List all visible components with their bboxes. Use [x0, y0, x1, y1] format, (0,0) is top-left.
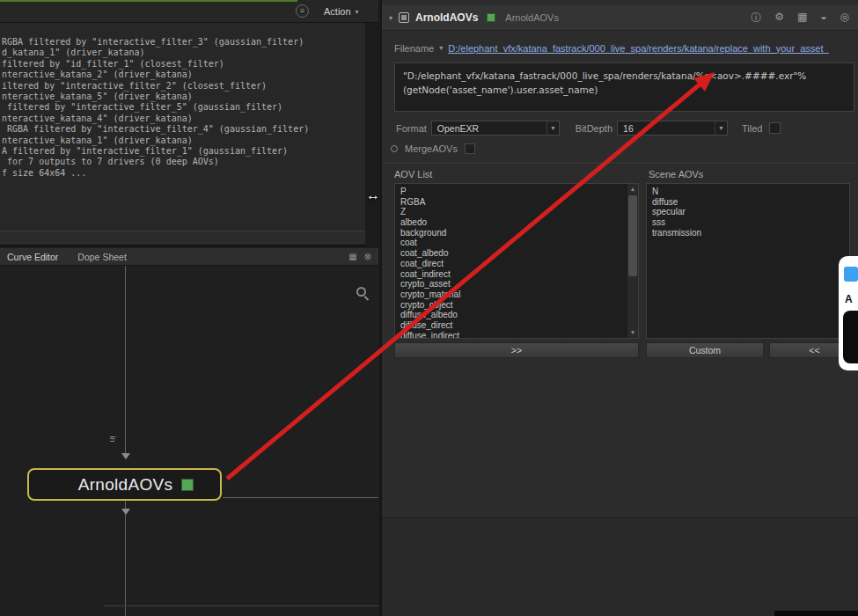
console-line: nteractive_katana_1" (driver_katana): [2, 136, 351, 146]
bitdepth-dropdown[interactable]: 16 ▼: [617, 121, 728, 136]
state-circle-icon[interactable]: [391, 145, 398, 152]
node-wire: [125, 501, 126, 616]
hamburger-menu-icon[interactable]: ≡: [296, 4, 309, 18]
mergeaovs-row: MergeAOVs: [391, 143, 475, 155]
console-line: iltered by "interactive_filter_2" (close…: [2, 81, 351, 92]
search-icon[interactable]: [356, 287, 366, 297]
tab-curve-editor[interactable]: Curve Editor: [7, 252, 58, 262]
node-label: ArnoldAOVs: [55, 475, 173, 495]
overlay-black-pill: [843, 311, 858, 363]
render-log-text: RGBA filtered by "interactive_filter_3" …: [2, 37, 351, 179]
top-toolbar: ≡ Action ▾: [0, 0, 378, 23]
render-flag-icon[interactable]: [487, 13, 495, 22]
chevron-down-icon: ▼: [715, 121, 727, 135]
bitdepth-label: BitDepth: [576, 123, 612, 134]
console-line: f size 64x64 ...: [2, 168, 351, 179]
format-value: OpenEXR: [437, 123, 479, 134]
timeline-green-bar: [0, 0, 297, 2]
node-wire-horizontal: [223, 497, 378, 498]
bitdepth-value: 16: [623, 123, 634, 134]
filename-value-link[interactable]: D:/elephant_vfx/katana_fastrack/000_live…: [448, 43, 858, 54]
parameters-subtitle: ArnoldAOVs: [505, 12, 559, 23]
node-arnoldaovs[interactable]: ArnoldAOVs: [27, 468, 222, 501]
custom-button[interactable]: Custom: [646, 342, 764, 358]
aov-list-scrollbar[interactable]: ▴ ▾: [627, 184, 638, 338]
list-item[interactable]: diffuse_indirect: [400, 331, 624, 339]
bottom-strip: [774, 611, 858, 616]
port-arrow-icon: [121, 509, 130, 515]
scrollbar-thumb[interactable]: [628, 195, 637, 276]
pin-icon[interactable]: ◎: [840, 11, 849, 26]
list-item[interactable]: diffuse: [652, 197, 835, 208]
node-render-flag-icon[interactable]: [181, 479, 194, 491]
scene-aovs-items: N diffuse specular sss transmission: [652, 187, 835, 238]
list-item[interactable]: coat_indirect: [400, 269, 624, 280]
format-row: Format OpenEXR ▼ BitDepth 16 ▼ Tiled: [394, 121, 853, 136]
format-dropdown[interactable]: OpenEXR ▼: [431, 121, 560, 136]
console-line: A filtered by "interactive_filter_1" (ga…: [2, 146, 351, 157]
parameters-header: ▾ ArnoldAOVs ArnoldAOVs ⓘ ⚙ ▦ ◒ ◎: [382, 5, 858, 31]
chat-icon[interactable]: ◒: [820, 11, 826, 26]
list-item[interactable]: coat_direct: [400, 259, 624, 269]
filename-label: Filename: [394, 43, 434, 54]
console-line: d_katana_1" (driver_katana): [2, 48, 351, 58]
scroll-up-icon[interactable]: ▴: [627, 184, 638, 194]
header-icons: ⓘ ⚙ ▦ ◒ ◎: [751, 11, 853, 26]
tabbar-icons: ▦ ⊗: [348, 252, 371, 261]
mergeaovs-checkbox[interactable]: [465, 143, 475, 154]
list-item[interactable]: N: [652, 187, 835, 197]
aov-list-items: P RGBA Z albedo background coat coat_alb…: [400, 187, 624, 339]
list-item[interactable]: sss: [652, 217, 835, 228]
info-icon[interactable]: ⓘ: [751, 11, 761, 26]
chevron-down-icon: ▾: [356, 8, 359, 16]
video-overlay-card[interactable]: A: [839, 256, 858, 370]
katana-application-window: ≡ Action ▾ RGBA filtered by "interactive…: [0, 0, 858, 616]
gear-icon[interactable]: ⚙: [774, 11, 784, 26]
resize-cursor-icon: ↔: [366, 187, 380, 203]
filename-dropdown-caret-icon[interactable]: ▾: [439, 44, 443, 52]
list-item[interactable]: transmission: [652, 228, 835, 238]
list-item[interactable]: albedo: [400, 217, 624, 228]
list-item[interactable]: diffuse_direct: [400, 320, 624, 331]
list-item[interactable]: crypto_material: [400, 290, 624, 300]
console-line: filtered by "interactive_filter_5" (gaus…: [2, 102, 351, 113]
collapse-caret-icon[interactable]: ▾: [389, 14, 392, 22]
list-item[interactable]: specular: [652, 207, 835, 217]
panel-layout-icon[interactable]: ▦: [348, 252, 356, 261]
list-item[interactable]: RGBA: [400, 197, 624, 208]
tab-dope-sheet[interactable]: Dope Sheet: [77, 252, 126, 262]
console-line: RGBA filtered by "interactive_filter_3" …: [2, 37, 351, 48]
scene-aovs-label: Scene AOVs: [649, 169, 703, 180]
action-menu-button[interactable]: Action ▾: [317, 4, 366, 19]
console-hscroll-area[interactable]: [0, 231, 365, 246]
close-panel-icon[interactable]: ⊗: [364, 252, 371, 261]
list-item[interactable]: diffuse_albedo: [400, 310, 624, 320]
tiled-label: Tiled: [742, 123, 762, 134]
parameters-panel: ▾ ArnoldAOVs ArnoldAOVs ⓘ ⚙ ▦ ◒ ◎ Filena…: [380, 0, 858, 616]
list-item[interactable]: Z: [400, 207, 624, 217]
node-graph-panel[interactable]: in ArnoldAOVs: [0, 266, 378, 616]
list-item[interactable]: crypto_object: [400, 300, 624, 311]
list-item[interactable]: background: [400, 228, 624, 238]
filename-row: Filename ▾ D:/elephant_vfx/katana_fastra…: [394, 41, 858, 55]
list-item[interactable]: crypto_asset: [400, 279, 624, 290]
list-item[interactable]: coat_albedo: [400, 248, 624, 259]
console-line: nteractive_katana_4" (driver_katana): [2, 114, 351, 124]
console-line: filtered by "id_filter_1" (closest_filte…: [2, 59, 351, 70]
add-all-button[interactable]: >>: [394, 342, 639, 358]
node-wire-horizontal: [104, 605, 378, 606]
timeline-tab-bar: Curve Editor Dope Sheet ▦ ⊗: [0, 248, 378, 266]
scene-aovs-listbox[interactable]: N diffuse specular sss transmission: [646, 183, 850, 339]
filename-expression-field[interactable]: "D:/elephant_vfx/katana_fastrack/000_liv…: [394, 62, 854, 112]
list-item[interactable]: coat: [400, 238, 624, 248]
mergeaovs-label: MergeAOVs: [405, 143, 458, 154]
tiled-checkbox[interactable]: [769, 122, 781, 134]
input-port-label: in: [108, 436, 117, 442]
aov-listbox[interactable]: P RGBA Z albedo background coat coat_alb…: [394, 183, 639, 339]
aov-list-label: AOV List: [394, 169, 432, 180]
format-label: Format: [396, 123, 427, 134]
scroll-down-icon[interactable]: ▾: [627, 327, 638, 338]
port-arrow-icon: [121, 453, 130, 459]
grid-icon[interactable]: ▦: [797, 11, 807, 26]
list-item[interactable]: P: [400, 187, 624, 197]
